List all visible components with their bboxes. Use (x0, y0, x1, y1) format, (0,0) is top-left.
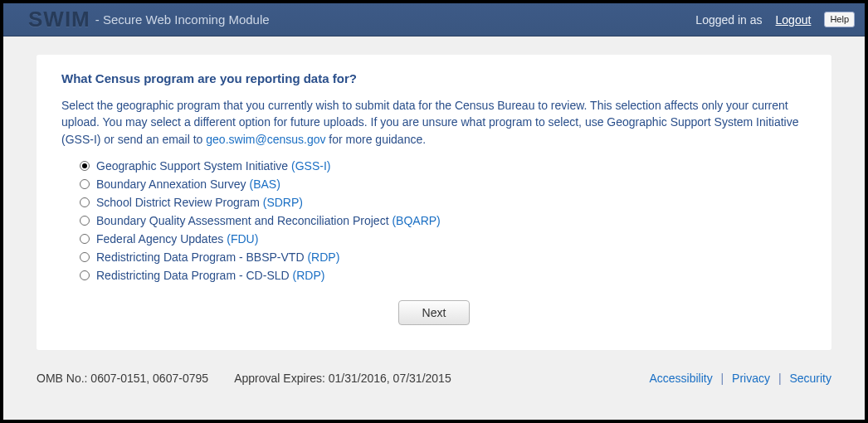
intro-text: Select the geographic program that you c… (61, 97, 807, 148)
footer-sep: | (721, 372, 724, 385)
approval-expires: Approval Expires: 01/31/2016, 07/31/2015 (234, 372, 451, 385)
program-option[interactable]: Federal Agency Updates (FDU) (80, 232, 807, 246)
logged-in-label: Logged in as (695, 13, 762, 27)
page-title: What Census program are you reporting da… (61, 71, 807, 85)
radio-icon[interactable] (80, 216, 90, 226)
radio-icon[interactable] (80, 179, 90, 189)
program-option-label: Boundary Quality Assessment and Reconcil… (96, 214, 441, 227)
program-options: Geographic Support System Initiative (GS… (80, 159, 807, 282)
footer: OMB No.: 0607-0151, 0607-0795 Approval E… (37, 372, 831, 385)
program-option-label: Boundary Annexation Survey (BAS) (96, 177, 280, 191)
radio-icon[interactable] (80, 270, 90, 280)
footer-sep: | (778, 372, 782, 385)
radio-icon[interactable] (80, 252, 90, 262)
program-option-label: Redistricting Data Program - BBSP-VTD (R… (96, 250, 339, 264)
radio-icon[interactable] (80, 197, 90, 207)
help-button[interactable]: Help (824, 12, 855, 27)
program-option[interactable]: Geographic Support System Initiative (GS… (80, 159, 807, 173)
intro-post: for more guidance. (325, 133, 426, 146)
footer-link-security[interactable]: Security (789, 372, 831, 385)
intro-email-link[interactable]: geo.swim@census.gov (206, 133, 325, 146)
next-button[interactable]: Next (398, 300, 471, 325)
program-option[interactable]: School District Review Program (SDRP) (80, 196, 807, 209)
app-subtitle: - Secure Web Incoming Module (95, 12, 270, 27)
footer-link-privacy[interactable]: Privacy (732, 372, 770, 385)
logout-link[interactable]: Logout (776, 13, 812, 27)
omb-number: OMB No.: 0607-0151, 0607-0795 (37, 372, 208, 385)
radio-icon[interactable] (80, 161, 90, 171)
program-option[interactable]: Boundary Annexation Survey (BAS) (80, 177, 807, 191)
program-option[interactable]: Redistricting Data Program - CD-SLD (RDP… (80, 269, 807, 282)
program-option-label: School District Review Program (SDRP) (96, 196, 303, 209)
program-option-label: Geographic Support System Initiative (GS… (96, 159, 330, 173)
footer-link-accessibility[interactable]: Accessibility (649, 372, 712, 385)
radio-icon[interactable] (80, 234, 90, 244)
program-option[interactable]: Boundary Quality Assessment and Reconcil… (80, 214, 807, 227)
program-option-label: Redistricting Data Program - CD-SLD (RDP… (96, 269, 324, 282)
main-card: What Census program are you reporting da… (37, 55, 831, 350)
program-option-label: Federal Agency Updates (FDU) (96, 232, 258, 246)
app-logo: SWIM (28, 7, 90, 32)
program-option[interactable]: Redistricting Data Program - BBSP-VTD (R… (80, 250, 807, 264)
intro-pre: Select the geographic program that you c… (61, 99, 798, 146)
app-header: SWIM - Secure Web Incoming Module Logged… (3, 3, 865, 36)
